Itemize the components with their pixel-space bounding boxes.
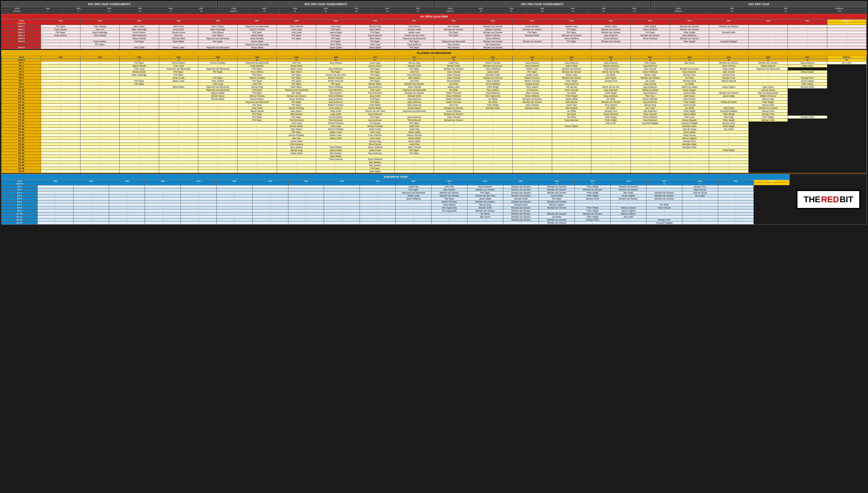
pc-row: PC 5 --Mark DudbridgePhil Taylor- Phil T… <box>2 73 867 77</box>
pc-row: PC 26 ------ Alex RoyAdrian LewisColin L… <box>2 137 867 140</box>
pc-row: PC 35 ------ --Wes Newton- -------- <box>2 164 867 167</box>
uko-row: UKO 6 -Peter ManleyPhil TaylorMark Walsh… <box>2 40 867 43</box>
pc-row: PC 9 ---Barrie BatesRaymond van Barnevel… <box>2 86 867 89</box>
et-table-container: EUROPEAN TOUR YEAR 200220032004200520062… <box>1 174 790 224</box>
logo-red: RED <box>821 195 839 204</box>
pdc-block-4: PDC PRO TOUR YEAR20202021OVERALL EVENTS2… <box>651 1 867 13</box>
pdc-block-2: PDC PRO TOUR TOURNAMENTS YEAR20082009201… <box>218 1 434 13</box>
pdc-header-1: PDC PRO TOUR TOURNAMENTS <box>1 1 217 7</box>
pc-row: PC 17 ----- Wayne MardleAlan TabernAndy … <box>2 110 867 113</box>
pc-row: PC 8 --Phil Taylor-Colin Lloyd John Part… <box>2 83 867 86</box>
uko-section-header: UK OPEN QUALIFIER <box>1 14 867 19</box>
uko-row: UKO 3 Phil TaylorMark DudbridgeKevin Pai… <box>2 31 867 34</box>
pc-row: PC 16 ----- Andy SmithDennis PriestleyCo… <box>2 107 867 110</box>
pc-row: PC 22 ------ Ronnie BaxterColin LloydDen… <box>2 125 867 128</box>
pc-row: PC 24 ------ Phil TaylorAdrian LewisColi… <box>2 131 867 134</box>
pc-row: PC 10 ----Raymond van Barneveld Phil Tay… <box>2 89 867 92</box>
pc-section-header: PLAYERS CHAMPIONSHIP <box>1 50 867 56</box>
et-row: ET 11 -------- ----Alan Norris Michael v… <box>2 215 790 218</box>
pdc-header-4: PDC PRO TOUR <box>651 1 867 7</box>
pc-row: PC 36 ------ --Phil Taylor- -------- <box>2 167 867 170</box>
pc-row: PC 37 ------ --Mark Walsh- -------- <box>2 170 867 173</box>
pc-row: PC 11 ----Wayne Mardle Phil TaylorPhil T… <box>2 92 867 94</box>
pc-row: PC 33 ------ -Colin OsborneSimon Whitloc… <box>2 158 867 161</box>
pc-row: PC 27 ------ James Wade-Mervyn KingJames… <box>2 140 867 143</box>
pc-row: PC 15 ----- Phil TaylorPhil TaylorRobert… <box>2 104 867 107</box>
et-row: ET 2 -------- --Phil TaylorWes NewtonMic… <box>2 188 790 191</box>
pc-row: PC 12 ----Dennis Ovens Dennis PriestleyM… <box>2 94 867 98</box>
pc-row: PC 23 ------ Alan TabernDennis Priestley… <box>2 128 867 131</box>
pc-row: PC 18 ----- Phil TaylorJelle KlaasenAndy… <box>2 113 867 116</box>
pdc-header-3: PDC PRO TOUR TOURNAMENTS <box>435 1 650 7</box>
logo: THE RED BIT <box>796 190 861 209</box>
uko-row: UKO 2 Peter ManleyJohn PartMark Dudbridg… <box>2 28 867 31</box>
main-container: PDC PRO TOUR TOURNAMENTS YEAR20022003200… <box>0 0 868 227</box>
pc-row: PC 20 ----- Phil TaylorFelix McHeartyPau… <box>2 119 867 122</box>
pc-row: PC 25 ------ Dennis PriestleyAdrian Lewi… <box>2 134 867 137</box>
logo-bit: BIT <box>840 195 853 204</box>
pc-row: PC 31 ------ James WadeWes NewtonGary An… <box>2 152 867 155</box>
et-section: EUROPEAN TOUR YEAR 200220032004200520062… <box>1 174 867 225</box>
pc-row: PC 21 ------ Colin LloydDennis Priestley… <box>2 122 867 125</box>
pc-row: PC 29 ------ Terry JenkinsSteve BeatonSi… <box>2 146 867 149</box>
et-row: ET 5 -------- --Simon WhitlockPhil Taylo… <box>2 197 790 200</box>
et-row: ET 1 -------- --Justin PipeJohn PartGary… <box>2 185 790 188</box>
uko-section: UK OPEN QUALIFIER YEAR 20022003200420052… <box>1 14 867 49</box>
pc-row: PC 4 --Ronnie BaxterPhil TaylorPhil Tayl… <box>2 70 867 73</box>
et-row: ET 3 -------- --Raymond van BarneveldMic… <box>2 191 790 194</box>
uko-row: - -Phil Taylor---Raymond van Barneveld -… <box>2 43 867 46</box>
et-row: ET 10 -------- ----Ian Norris Michael va… <box>2 212 790 215</box>
pc-row: PC 6 ---Adrian LewisPhil Taylor Roland S… <box>2 77 867 80</box>
pc-section: PLAYERS CHAMPIONSHIP YEAR 20022003200420… <box>1 50 867 173</box>
et-row: ET 8 -------- ---Kim HuybrechtsMichael S… <box>2 207 790 210</box>
pc-row: PC 7 --Phil TaylorAdrian LewisTerry Jenk… <box>2 80 867 83</box>
pc-row: PC 13 ----Ronnie Baxter Ronnie BaxterSim… <box>2 98 867 101</box>
pc-row: PC 14 ----- Raymond van BarneveldPhil Ta… <box>2 101 867 104</box>
pdc-block-3: PDC PRO TOUR TOURNAMENTS YEAR20142015201… <box>434 1 650 13</box>
pc-row: PC 1 --Phil TaylorRonnie BaxterDennis Pr… <box>2 62 867 64</box>
et-row: ET 7 -------- ---Steve BeatonMervyn King… <box>2 203 790 207</box>
uko-row: UKO 8 --Andy SmithAdrian LewisRaymond va… <box>2 46 867 49</box>
pc-row: PC 19 ----- Phil TaylorPhil TaylorRonnie… <box>2 116 867 119</box>
uko-row: UKO 1 Phil TaylorPeter ManleyAlan CavesS… <box>2 25 867 28</box>
et-row: ET 6 -------- ---Robert ThorntonMichael … <box>2 200 790 203</box>
et-row: ET 9 -------- ---Kim HuybrechtsMichael v… <box>2 210 790 212</box>
pc-row: PC 32 ------ -Mark Walsh-- -------- <box>2 155 867 158</box>
et-section-header: EUROPEAN TOUR <box>1 174 790 179</box>
pdc-header-2: PDC PRO TOUR TOURNAMENTS <box>218 1 434 7</box>
et-row: ET 13 -------- ----- -Michael van Gerwen… <box>2 221 790 224</box>
logo-the: THE <box>803 195 820 204</box>
uko-row: UKO 5 --Wayne MardleAnthony MannRaymond … <box>2 37 867 40</box>
pc-row: PC 30 ------ Mervyn KingJames WadeJamie … <box>2 149 867 152</box>
pc-row: PC 2 --Wayne MardleColin Lloyd-Andy Hami… <box>2 64 867 67</box>
et-row: ET 4 -------- --Adrian LewisMichael van … <box>2 194 790 197</box>
et-row: ET 12 -------- ----- Michael van GerwenM… <box>2 218 790 221</box>
pdc-pro-tour-section: PDC PRO TOUR TOURNAMENTS YEAR20022003200… <box>1 1 867 13</box>
pdc-block-1: PDC PRO TOUR TOURNAMENTS YEAR20022003200… <box>1 1 217 13</box>
pc-row: PC 3 --Colin LloydRaymond van BarneveldR… <box>2 67 867 70</box>
pc-row: PC 28 ------ Colin Osborne-Steve FarmerJ… <box>2 143 867 146</box>
pc-row: PC 34 ------ --Wes Newton- -------- <box>2 161 867 164</box>
uko-row: UKO 4 Andy JenkinsPeter ManleyMark Robin… <box>2 34 867 37</box>
logo-container: THE RED BIT <box>790 174 867 224</box>
